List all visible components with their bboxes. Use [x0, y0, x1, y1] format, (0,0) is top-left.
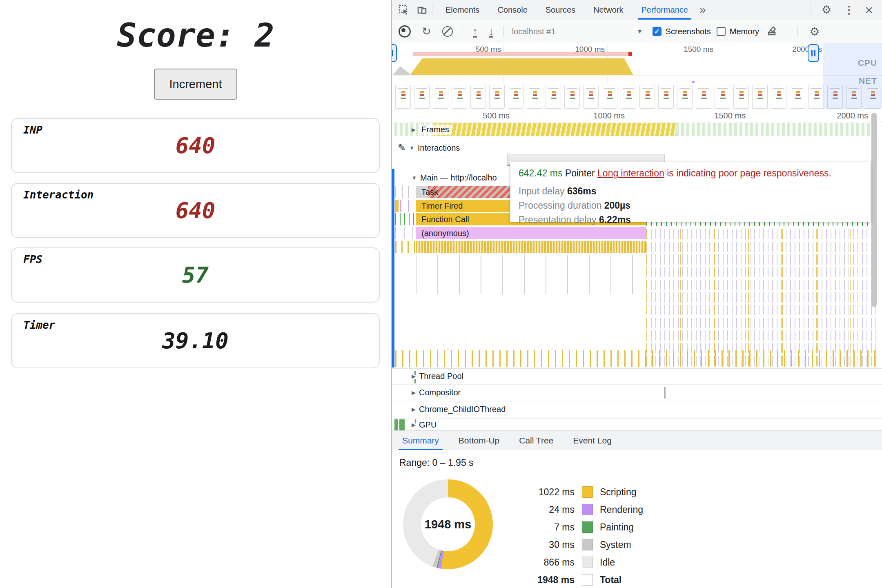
tab-performance[interactable]: Performance	[638, 0, 692, 20]
tab-console[interactable]: Console	[494, 0, 530, 20]
screenshot-thumbnail[interactable]	[452, 85, 467, 109]
timeline-ruler: 500 ms 1000 ms 1500 ms 2000 ms	[392, 110, 882, 122]
screenshot-thumbnail[interactable]	[808, 85, 824, 109]
screenshot-thumbnail[interactable]	[790, 85, 805, 109]
long-task-marker-bar	[413, 52, 628, 56]
frames-track-header[interactable]: ▶ Frames	[412, 125, 452, 135]
screenshot-thumbnail[interactable]	[414, 85, 430, 109]
screenshot-thumbnail[interactable]	[733, 85, 749, 109]
inspect-element-icon[interactable]	[398, 4, 410, 16]
screenshot-thumbnail[interactable]	[433, 85, 448, 109]
screenshot-thumbnail[interactable]	[564, 85, 580, 109]
tab-summary[interactable]: Summary	[401, 431, 440, 450]
legend-swatch	[582, 539, 593, 550]
clear-recording-icon[interactable]	[442, 26, 453, 37]
screenshot-thumbnail[interactable]	[696, 85, 711, 109]
main-track-header[interactable]: ▼ Main — http://localho	[412, 173, 497, 183]
selection-handle-left[interactable]	[392, 44, 397, 62]
legend-row: 24 ms Rendering	[490, 503, 643, 516]
metric-card-inp: INP 640	[11, 118, 380, 173]
track-label: Thread Pool	[419, 372, 463, 381]
garbage-collect-icon[interactable]	[766, 25, 779, 38]
memory-checkbox[interactable]	[717, 27, 726, 36]
flame-bar-micro-tasks[interactable]	[416, 241, 646, 253]
screenshot-filmstrip	[395, 85, 880, 109]
close-devtools-icon[interactable]: ×	[865, 2, 873, 18]
record-icon[interactable]	[399, 25, 411, 38]
increment-button[interactable]: Increment	[154, 69, 237, 100]
vertical-scrollbar-thumb[interactable]	[871, 113, 877, 307]
screenshot-thumbnail[interactable]	[752, 85, 768, 109]
reload-and-record-icon[interactable]: ↻	[422, 26, 431, 37]
ruler-tick: 1500 ms	[693, 111, 746, 120]
ruler-tick: 1500 ms	[664, 45, 713, 54]
screenshot-thumbnail[interactable]	[621, 85, 636, 109]
screenshot-thumbnail[interactable]	[508, 85, 523, 109]
metric-value: 640	[12, 198, 379, 223]
interactions-track-header[interactable]: ✎ ▼ Interactions	[398, 142, 460, 154]
screenshot-thumbnail[interactable]	[527, 85, 542, 109]
track-thread-pool[interactable]: ▶Thread Pool	[392, 369, 882, 385]
more-options-icon[interactable]: ⋮	[844, 4, 854, 16]
collapsed-triangle-icon[interactable]: ▶	[412, 406, 416, 412]
sparse-task-ticks	[416, 255, 644, 294]
screenshot-thumbnail[interactable]	[602, 85, 617, 109]
divider	[432, 4, 432, 15]
screenshot-thumbnail[interactable]	[395, 85, 411, 109]
long-interaction-link[interactable]: Long interaction	[597, 168, 664, 178]
screenshot-thumbnail[interactable]	[639, 85, 655, 109]
track-compositor[interactable]: ▶Compositor	[392, 385, 882, 401]
timeline-overview[interactable]: 500 ms 1000 ms 1500 ms 2000 ms CPU NET	[392, 43, 882, 109]
screenshot-thumbnail[interactable]	[583, 85, 599, 109]
tab-bottom-up[interactable]: Bottom-Up	[458, 431, 500, 450]
settings-gear-icon[interactable]: ⚙	[822, 3, 831, 16]
tooltip-row-value: 200µs	[604, 200, 630, 211]
device-toolbar-icon[interactable]	[416, 4, 428, 16]
donut-total-label: 1948 ms	[421, 497, 475, 551]
track-chrome-childiothread[interactable]: ▶Chrome_ChildIOThread	[392, 401, 882, 419]
screenshot-thumbnail[interactable]	[470, 85, 486, 109]
tab-call-tree[interactable]: Call Tree	[518, 431, 554, 450]
interactions-track-label: Interactions	[418, 143, 460, 153]
mini-ticks	[395, 213, 415, 225]
expanded-triangle-icon[interactable]: ▼	[412, 175, 417, 181]
target-selector[interactable]: localhost #1 ▼	[512, 27, 643, 36]
capture-settings-gear-icon[interactable]: ⚙	[809, 25, 820, 38]
expanded-triangle-icon[interactable]: ▼	[409, 145, 414, 151]
screenshots-checkbox[interactable]: ✓	[653, 27, 662, 36]
download-profile-icon[interactable]: ↓	[488, 26, 494, 37]
cpu-activity-area	[410, 56, 633, 75]
screenshot-thumbnail[interactable]	[771, 85, 786, 109]
screenshot-thumbnail[interactable]	[658, 85, 674, 109]
legend-swatch	[582, 486, 593, 498]
tooltip-row-label: Presentation delay	[519, 214, 597, 225]
track-gpu[interactable]: ▶GPU	[392, 419, 882, 431]
collapsed-triangle-icon[interactable]: ▶	[412, 422, 416, 428]
tab-elements[interactable]: Elements	[442, 0, 483, 20]
donut-legend: 1022 ms Scripting 24 ms Rendering 7 ms P…	[490, 486, 643, 586]
mini-ticks	[395, 227, 415, 239]
selection-handle-right[interactable]	[808, 44, 819, 62]
metric-card-timer: Timer 39.10	[11, 313, 380, 368]
frames-track[interactable]: ▶ Frames	[392, 122, 882, 137]
tab-network[interactable]: Network	[590, 0, 626, 20]
tab-sources[interactable]: Sources	[542, 0, 579, 20]
screenshot-thumbnail[interactable]	[489, 85, 505, 109]
collapsed-triangle-icon[interactable]: ▶	[412, 390, 416, 396]
flame-bar-anonymous[interactable]: (anonymous)	[416, 227, 646, 239]
tab-event-log[interactable]: Event Log	[572, 431, 612, 450]
tooltip-row-value: 6.22ms	[599, 214, 631, 225]
more-tabs-icon[interactable]: »	[699, 3, 706, 16]
summary-panel: Range: 0 – 1.95 s 1948 ms 1022 ms Script…	[392, 450, 882, 588]
screenshot-thumbnail[interactable]	[546, 85, 561, 109]
screenshot-thumbnail[interactable]	[715, 85, 730, 109]
collapsed-triangle-icon[interactable]: ▶	[412, 373, 416, 379]
collapsed-triangle-icon[interactable]: ▶	[412, 127, 416, 133]
target-selector-value: localhost #1	[512, 27, 556, 36]
upload-profile-icon[interactable]: ↑	[472, 26, 478, 37]
legend-swatch	[582, 574, 593, 586]
net-activity-blip	[692, 81, 695, 83]
metric-value: 640	[12, 133, 379, 158]
ruler-tick: 2000 ms	[815, 111, 868, 120]
screenshot-thumbnail[interactable]	[677, 85, 693, 109]
